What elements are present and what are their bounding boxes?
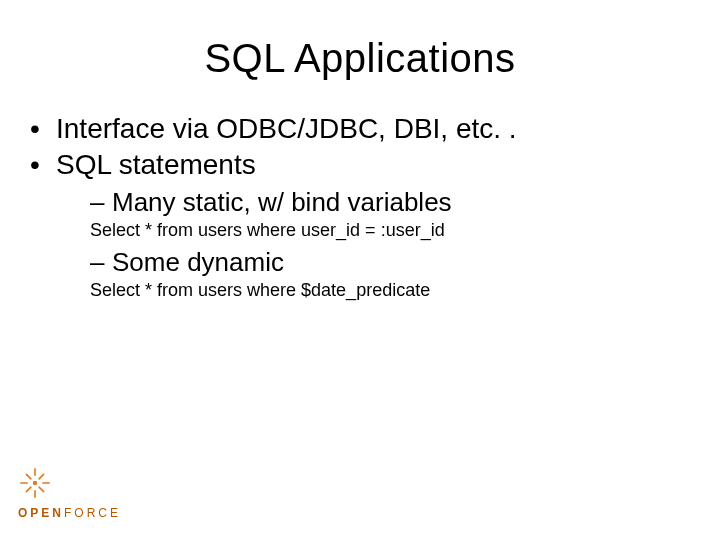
dash-icon: – <box>90 247 112 278</box>
footer-logo: OPENFORCE <box>18 466 121 520</box>
bullet-item: • SQL statements <box>30 149 690 181</box>
bullet-dot-icon: • <box>30 149 56 181</box>
svg-rect-5 <box>38 473 45 480</box>
code-example: Select * from users where $date_predicat… <box>90 280 690 301</box>
slide: SQL Applications • Interface via ODBC/JD… <box>0 0 720 540</box>
svg-rect-2 <box>34 490 36 498</box>
dash-icon: – <box>90 187 112 218</box>
bullet-dot-icon: • <box>30 113 56 145</box>
bullet-text: SQL statements <box>56 149 690 181</box>
svg-rect-8 <box>38 486 45 493</box>
slide-title: SQL Applications <box>0 0 720 81</box>
logo-text-open: OPEN <box>18 506 64 520</box>
bullet-item: • Interface via ODBC/JDBC, DBI, etc. . <box>30 113 690 145</box>
sub-bullet-item: – Many static, w/ bind variables <box>90 187 690 218</box>
logo-text-force: FORCE <box>64 506 121 520</box>
starburst-icon <box>18 466 52 500</box>
svg-rect-1 <box>34 468 36 476</box>
sub-bullet-text: Some dynamic <box>112 247 690 278</box>
svg-rect-7 <box>25 473 32 480</box>
sub-bullet-item: – Some dynamic <box>90 247 690 278</box>
logo-wordmark: OPENFORCE <box>18 506 121 520</box>
code-example: Select * from users where user_id = :use… <box>90 220 690 241</box>
svg-rect-4 <box>42 482 50 484</box>
svg-rect-6 <box>25 486 32 493</box>
slide-content: • Interface via ODBC/JDBC, DBI, etc. . •… <box>0 81 720 301</box>
svg-point-0 <box>33 481 37 485</box>
sub-bullet-text: Many static, w/ bind variables <box>112 187 690 218</box>
svg-rect-3 <box>20 482 28 484</box>
bullet-text: Interface via ODBC/JDBC, DBI, etc. . <box>56 113 690 145</box>
